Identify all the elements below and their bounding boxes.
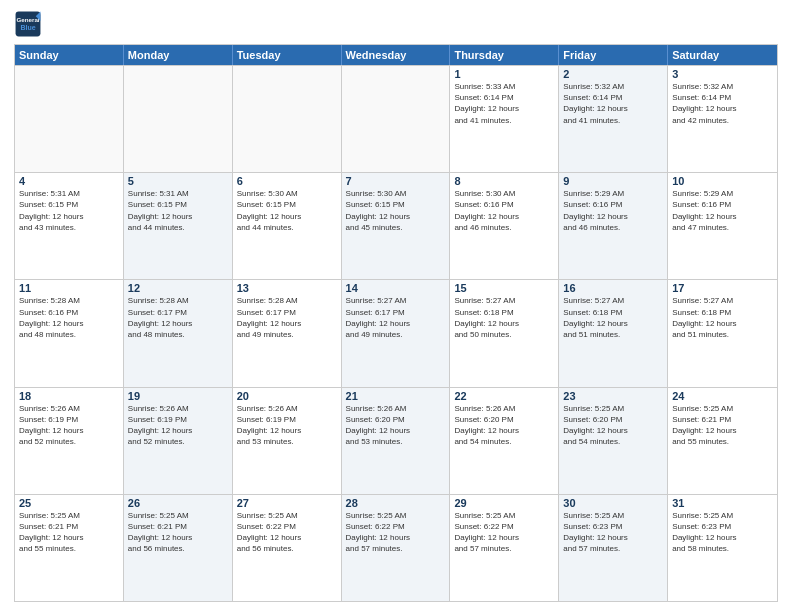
day-number: 21 (346, 390, 446, 402)
cell-text: Sunrise: 5:26 AM Sunset: 6:20 PM Dayligh… (454, 403, 554, 448)
header-day-friday: Friday (559, 45, 668, 65)
cell-text: Sunrise: 5:28 AM Sunset: 6:16 PM Dayligh… (19, 295, 119, 340)
header-day-thursday: Thursday (450, 45, 559, 65)
cal-cell-31: 31Sunrise: 5:25 AM Sunset: 6:23 PM Dayli… (668, 495, 777, 601)
cal-cell-14: 14Sunrise: 5:27 AM Sunset: 6:17 PM Dayli… (342, 280, 451, 386)
cal-cell-22: 22Sunrise: 5:26 AM Sunset: 6:20 PM Dayli… (450, 388, 559, 494)
cal-cell-1: 1Sunrise: 5:33 AM Sunset: 6:14 PM Daylig… (450, 66, 559, 172)
cal-cell-7: 7Sunrise: 5:30 AM Sunset: 6:15 PM Daylig… (342, 173, 451, 279)
cal-cell-empty (15, 66, 124, 172)
header: General Blue (14, 10, 778, 38)
cal-cell-25: 25Sunrise: 5:25 AM Sunset: 6:21 PM Dayli… (15, 495, 124, 601)
cal-cell-27: 27Sunrise: 5:25 AM Sunset: 6:22 PM Dayli… (233, 495, 342, 601)
day-number: 26 (128, 497, 228, 509)
day-number: 22 (454, 390, 554, 402)
day-number: 19 (128, 390, 228, 402)
cell-text: Sunrise: 5:25 AM Sunset: 6:20 PM Dayligh… (563, 403, 663, 448)
day-number: 5 (128, 175, 228, 187)
day-number: 24 (672, 390, 773, 402)
cal-row-3: 18Sunrise: 5:26 AM Sunset: 6:19 PM Dayli… (15, 387, 777, 494)
cell-text: Sunrise: 5:26 AM Sunset: 6:20 PM Dayligh… (346, 403, 446, 448)
cell-text: Sunrise: 5:25 AM Sunset: 6:22 PM Dayligh… (454, 510, 554, 555)
day-number: 6 (237, 175, 337, 187)
header-day-wednesday: Wednesday (342, 45, 451, 65)
cal-cell-17: 17Sunrise: 5:27 AM Sunset: 6:18 PM Dayli… (668, 280, 777, 386)
day-number: 11 (19, 282, 119, 294)
day-number: 8 (454, 175, 554, 187)
cell-text: Sunrise: 5:25 AM Sunset: 6:21 PM Dayligh… (128, 510, 228, 555)
header-day-sunday: Sunday (15, 45, 124, 65)
day-number: 1 (454, 68, 554, 80)
cell-text: Sunrise: 5:27 AM Sunset: 6:18 PM Dayligh… (672, 295, 773, 340)
cell-text: Sunrise: 5:26 AM Sunset: 6:19 PM Dayligh… (128, 403, 228, 448)
day-number: 4 (19, 175, 119, 187)
cell-text: Sunrise: 5:27 AM Sunset: 6:18 PM Dayligh… (454, 295, 554, 340)
day-number: 25 (19, 497, 119, 509)
cal-row-2: 11Sunrise: 5:28 AM Sunset: 6:16 PM Dayli… (15, 279, 777, 386)
cal-cell-24: 24Sunrise: 5:25 AM Sunset: 6:21 PM Dayli… (668, 388, 777, 494)
day-number: 13 (237, 282, 337, 294)
day-number: 7 (346, 175, 446, 187)
day-number: 17 (672, 282, 773, 294)
cal-cell-2: 2Sunrise: 5:32 AM Sunset: 6:14 PM Daylig… (559, 66, 668, 172)
day-number: 29 (454, 497, 554, 509)
cal-cell-23: 23Sunrise: 5:25 AM Sunset: 6:20 PM Dayli… (559, 388, 668, 494)
cal-row-0: 1Sunrise: 5:33 AM Sunset: 6:14 PM Daylig… (15, 65, 777, 172)
day-number: 10 (672, 175, 773, 187)
day-number: 23 (563, 390, 663, 402)
cell-text: Sunrise: 5:27 AM Sunset: 6:17 PM Dayligh… (346, 295, 446, 340)
cal-cell-26: 26Sunrise: 5:25 AM Sunset: 6:21 PM Dayli… (124, 495, 233, 601)
cal-cell-empty (233, 66, 342, 172)
cell-text: Sunrise: 5:25 AM Sunset: 6:22 PM Dayligh… (237, 510, 337, 555)
day-number: 12 (128, 282, 228, 294)
cal-cell-11: 11Sunrise: 5:28 AM Sunset: 6:16 PM Dayli… (15, 280, 124, 386)
cell-text: Sunrise: 5:30 AM Sunset: 6:15 PM Dayligh… (237, 188, 337, 233)
cal-cell-5: 5Sunrise: 5:31 AM Sunset: 6:15 PM Daylig… (124, 173, 233, 279)
cal-cell-10: 10Sunrise: 5:29 AM Sunset: 6:16 PM Dayli… (668, 173, 777, 279)
cell-text: Sunrise: 5:32 AM Sunset: 6:14 PM Dayligh… (672, 81, 773, 126)
cell-text: Sunrise: 5:29 AM Sunset: 6:16 PM Dayligh… (563, 188, 663, 233)
cell-text: Sunrise: 5:33 AM Sunset: 6:14 PM Dayligh… (454, 81, 554, 126)
cell-text: Sunrise: 5:25 AM Sunset: 6:21 PM Dayligh… (672, 403, 773, 448)
logo: General Blue (14, 10, 46, 38)
cell-text: Sunrise: 5:28 AM Sunset: 6:17 PM Dayligh… (237, 295, 337, 340)
cal-cell-9: 9Sunrise: 5:29 AM Sunset: 6:16 PM Daylig… (559, 173, 668, 279)
cell-text: Sunrise: 5:29 AM Sunset: 6:16 PM Dayligh… (672, 188, 773, 233)
day-number: 3 (672, 68, 773, 80)
cell-text: Sunrise: 5:26 AM Sunset: 6:19 PM Dayligh… (237, 403, 337, 448)
cal-cell-18: 18Sunrise: 5:26 AM Sunset: 6:19 PM Dayli… (15, 388, 124, 494)
cal-cell-6: 6Sunrise: 5:30 AM Sunset: 6:15 PM Daylig… (233, 173, 342, 279)
cell-text: Sunrise: 5:30 AM Sunset: 6:16 PM Dayligh… (454, 188, 554, 233)
cell-text: Sunrise: 5:25 AM Sunset: 6:23 PM Dayligh… (672, 510, 773, 555)
cal-row-4: 25Sunrise: 5:25 AM Sunset: 6:21 PM Dayli… (15, 494, 777, 601)
cal-cell-empty (124, 66, 233, 172)
cell-text: Sunrise: 5:25 AM Sunset: 6:23 PM Dayligh… (563, 510, 663, 555)
cell-text: Sunrise: 5:31 AM Sunset: 6:15 PM Dayligh… (128, 188, 228, 233)
cal-cell-3: 3Sunrise: 5:32 AM Sunset: 6:14 PM Daylig… (668, 66, 777, 172)
day-number: 14 (346, 282, 446, 294)
cal-cell-30: 30Sunrise: 5:25 AM Sunset: 6:23 PM Dayli… (559, 495, 668, 601)
day-number: 18 (19, 390, 119, 402)
day-number: 27 (237, 497, 337, 509)
day-number: 2 (563, 68, 663, 80)
svg-text:Blue: Blue (20, 24, 35, 31)
logo-icon: General Blue (14, 10, 42, 38)
day-number: 9 (563, 175, 663, 187)
cell-text: Sunrise: 5:25 AM Sunset: 6:22 PM Dayligh… (346, 510, 446, 555)
cal-cell-16: 16Sunrise: 5:27 AM Sunset: 6:18 PM Dayli… (559, 280, 668, 386)
cal-cell-20: 20Sunrise: 5:26 AM Sunset: 6:19 PM Dayli… (233, 388, 342, 494)
calendar-body: 1Sunrise: 5:33 AM Sunset: 6:14 PM Daylig… (15, 65, 777, 601)
header-day-tuesday: Tuesday (233, 45, 342, 65)
cal-cell-29: 29Sunrise: 5:25 AM Sunset: 6:22 PM Dayli… (450, 495, 559, 601)
day-number: 28 (346, 497, 446, 509)
cal-cell-28: 28Sunrise: 5:25 AM Sunset: 6:22 PM Dayli… (342, 495, 451, 601)
cell-text: Sunrise: 5:30 AM Sunset: 6:15 PM Dayligh… (346, 188, 446, 233)
cell-text: Sunrise: 5:25 AM Sunset: 6:21 PM Dayligh… (19, 510, 119, 555)
day-number: 31 (672, 497, 773, 509)
cell-text: Sunrise: 5:31 AM Sunset: 6:15 PM Dayligh… (19, 188, 119, 233)
header-day-saturday: Saturday (668, 45, 777, 65)
day-number: 16 (563, 282, 663, 294)
cell-text: Sunrise: 5:26 AM Sunset: 6:19 PM Dayligh… (19, 403, 119, 448)
calendar-header: SundayMondayTuesdayWednesdayThursdayFrid… (15, 45, 777, 65)
svg-text:General: General (16, 16, 39, 23)
